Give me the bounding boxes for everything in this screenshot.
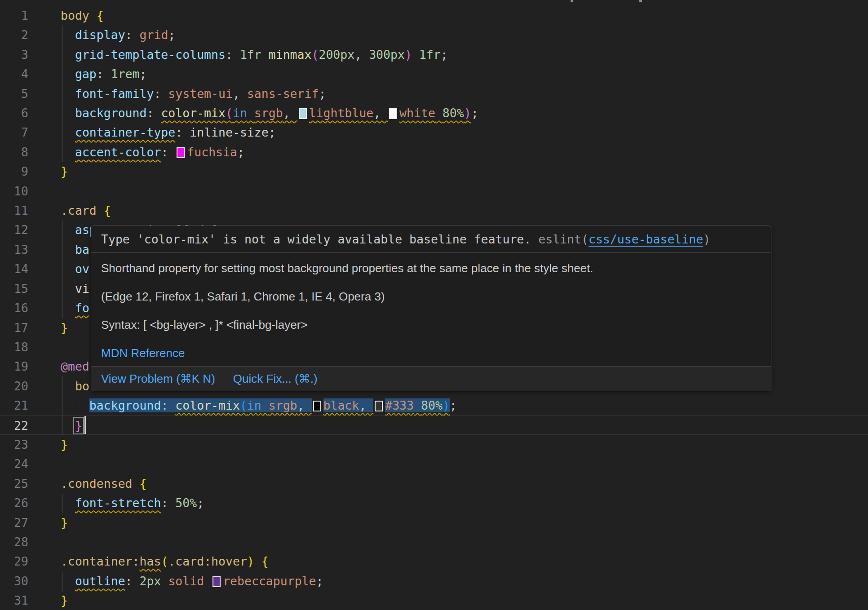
color-swatch[interactable] <box>375 401 383 411</box>
code-token: ( <box>161 554 168 568</box>
code-token: : <box>133 554 140 568</box>
code-token: black <box>323 398 359 412</box>
clipped-text-remnant <box>639 0 642 2</box>
code-token: grid-template-columns <box>75 48 226 62</box>
code-line[interactable]: 24 <box>0 454 868 473</box>
line-number: 10 <box>0 181 28 201</box>
code-line[interactable]: 2 display: grid; <box>0 25 868 44</box>
code-token <box>204 574 211 588</box>
code-token <box>61 67 75 81</box>
code-text: fo <box>61 298 89 318</box>
code-line[interactable]: 8 accent-color: fuchsia; <box>0 142 868 162</box>
line-number: 7 <box>0 123 28 142</box>
quick-fix-action[interactable]: Quick Fix... (⌘.) <box>233 372 318 386</box>
code-token: font-stretch <box>75 496 161 510</box>
color-swatch[interactable] <box>299 108 307 119</box>
code-token: system-ui <box>168 87 233 101</box>
color-swatch[interactable] <box>213 576 221 587</box>
code-token: ; <box>316 574 323 588</box>
code-line[interactable]: 3 grid-template-columns: 1fr minmax(200p… <box>0 45 868 64</box>
code-line[interactable]: 23} <box>0 435 868 454</box>
code-token: ; <box>441 48 448 62</box>
code-token <box>61 379 75 393</box>
code-token: vi <box>75 282 89 296</box>
matched-bracket: } <box>75 419 82 433</box>
line-number: 19 <box>0 357 28 376</box>
code-line[interactable]: 6 background: color-mix(in srgb, lightbl… <box>0 103 868 123</box>
code-line[interactable]: 30 outline: 2px solid rebeccapurple; <box>0 571 868 591</box>
code-line[interactable]: 29.container:has(.card:hover) { <box>0 552 868 571</box>
code-token <box>61 496 75 510</box>
code-line[interactable]: 28 <box>0 532 868 552</box>
code-line[interactable]: 26 font-stretch: 50%; <box>0 493 868 513</box>
code-token <box>254 554 261 568</box>
code-line[interactable]: 5 font-family: system-ui, sans-serif; <box>0 84 868 103</box>
code-line[interactable]: 9} <box>0 162 868 181</box>
code-token: } <box>61 438 68 451</box>
code-line[interactable]: 21 background: color-mix(in srgb, black,… <box>0 396 868 415</box>
code-token: : <box>97 67 111 81</box>
code-token <box>435 106 443 120</box>
code-token: in <box>233 106 247 120</box>
code-token: gap <box>75 67 97 81</box>
diagnostic-text: ( <box>581 232 589 246</box>
eslint-rule-link[interactable]: css/use-baseline <box>589 232 703 246</box>
clipped-text-remnant <box>571 0 573 2</box>
code-line[interactable]: 1body { <box>0 6 868 25</box>
code-token: 1rem <box>111 67 140 81</box>
code-line[interactable]: 4 gap: 1rem; <box>0 64 868 84</box>
code-text: } <box>61 513 68 532</box>
color-swatch[interactable] <box>313 401 321 411</box>
line-number: 6 <box>0 103 28 123</box>
code-token: ( <box>311 48 319 62</box>
code-token: : <box>175 125 190 139</box>
code-token <box>414 398 421 412</box>
code-token: rebeccapurple <box>223 574 316 588</box>
mdn-reference-link[interactable]: MDN Reference <box>101 347 185 359</box>
code-token <box>97 203 104 217</box>
code-token: inline-size <box>190 125 269 139</box>
code-token: , <box>297 398 312 412</box>
color-swatch[interactable] <box>177 147 185 158</box>
code-token: background <box>89 398 161 412</box>
code-token: bo <box>75 379 89 393</box>
code-token <box>61 398 89 412</box>
code-token <box>61 48 75 62</box>
code-line[interactable]: 22 } <box>0 416 868 435</box>
code-token: 80% <box>443 106 464 120</box>
code-token <box>89 9 97 22</box>
code-token: 50% <box>175 496 197 510</box>
code-text: display: grid; <box>61 25 175 44</box>
code-token: : <box>125 574 140 588</box>
code-text: ba <box>61 240 89 259</box>
code-token: ) <box>247 554 254 568</box>
code-line[interactable]: 10 <box>0 181 868 201</box>
line-number: 16 <box>0 298 28 318</box>
line-number: 23 <box>0 435 28 454</box>
color-swatch[interactable] <box>389 108 397 119</box>
code-line[interactable]: 25.condensed { <box>0 474 868 493</box>
code-token: { <box>261 554 269 568</box>
code-token: ) <box>443 398 450 412</box>
line-number: 8 <box>0 142 28 162</box>
line-number: 24 <box>0 454 28 473</box>
code-token: } <box>61 321 68 335</box>
code-line[interactable]: 31} <box>0 591 868 610</box>
code-text: .container:has(.card:hover) { <box>61 552 269 571</box>
code-token: : <box>146 106 161 120</box>
code-token <box>61 106 75 120</box>
code-token: .card:hover <box>168 554 247 568</box>
code-token: srgb <box>269 398 297 412</box>
code-line[interactable]: 11.card { <box>0 201 868 220</box>
code-token: ; <box>168 28 175 42</box>
code-text: .card { <box>61 201 111 220</box>
view-problem-action[interactable]: View Problem (⌘K N) <box>101 372 215 386</box>
code-token <box>261 398 269 412</box>
code-token: ov <box>75 262 89 276</box>
code-token: body <box>61 9 89 22</box>
code-text: background: color-mix(in srgb, black, #3… <box>61 396 457 415</box>
code-line[interactable]: 7 container-type: inline-size; <box>0 123 868 142</box>
code-token: { <box>97 9 104 22</box>
code-line[interactable]: 27} <box>0 513 868 532</box>
code-token: ; <box>237 145 244 159</box>
